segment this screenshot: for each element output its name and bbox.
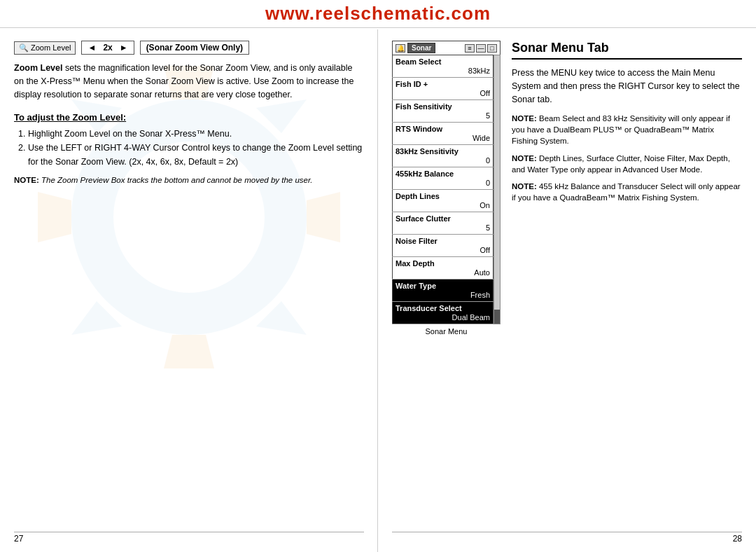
zoom-icon-box: 🔍 Zoom Level <box>14 41 76 55</box>
sonar-menu-header: 🔔 Sonar ≡ — □ <box>392 41 500 55</box>
step-1: Highlight Zoom Level on the Sonar X-Pres… <box>28 127 363 141</box>
sonar-header-icons: ≡ — □ <box>465 44 497 53</box>
left-column: 🔍 Zoom Level ◄ 2x ► (Sonar Zoom View Onl… <box>0 29 378 552</box>
zoom-icon: 🔍 <box>19 43 29 53</box>
zoom-left-arrow[interactable]: ◄ <box>85 43 99 53</box>
zoom-subtitle: (Sonar Zoom View Only) <box>140 41 249 55</box>
right-para1: Press the MENU key twice to access the M… <box>512 67 742 106</box>
sonar-row-value: Off <box>393 246 493 256</box>
intro-paragraph: Zoom Level sets the magnification level … <box>14 62 363 101</box>
sonar-tab-label: Sonar <box>407 43 435 53</box>
left-note: NOTE: The Zoom Preview Box tracks the bo… <box>14 174 363 186</box>
sonar-row: Water TypeFresh <box>393 280 493 302</box>
watermark-text: www.reelschematic.com <box>265 3 491 24</box>
note-text: The Zoom Preview Box tracks the bottom a… <box>39 176 313 184</box>
sonar-menu-widget: 🔔 Sonar ≡ — □ Beam Select83kHzFish ID +O… <box>392 41 500 336</box>
sonar-row: Fish ID +Off <box>393 78 493 100</box>
sonar-row-value: Wide <box>393 134 493 144</box>
sonar-row: Surface Clutter5 <box>393 212 493 235</box>
zoom-widget: 🔍 Zoom Level ◄ 2x ► (Sonar Zoom View Onl… <box>14 41 363 55</box>
note-bold: NOTE: <box>14 176 39 184</box>
sonar-menu-wrap: Beam Select83kHzFish ID +OffFish Sensiti… <box>392 55 500 324</box>
sonar-row-value: 0 <box>393 179 493 189</box>
sonar-row: Fish Sensitivity5 <box>393 100 493 123</box>
sonar-menu-table: Beam Select83kHzFish ID +OffFish Sensiti… <box>392 55 493 324</box>
right-note3: NOTE: 455 kHz Balance and Transducer Sel… <box>512 181 742 203</box>
watermark-banner: www.reelschematic.com <box>0 0 756 28</box>
sonar-row-label: Max Depth <box>393 257 493 268</box>
sonar-row: 455kHz Balance0 <box>393 167 493 190</box>
sonar-row-value: On <box>393 201 493 212</box>
sonar-row: Transducer SelectDual Beam <box>393 302 493 324</box>
sonar-row-label: RTS Window <box>393 123 493 134</box>
sonar-row: Beam Select83kHz <box>393 55 493 78</box>
steps-list: Highlight Zoom Level on the Sonar X-Pres… <box>28 127 363 169</box>
sonar-row: Max DepthAuto <box>393 257 493 280</box>
sonar-row-label: Water Type <box>393 280 493 291</box>
right-title: Sonar Menu Tab <box>512 41 742 60</box>
note2-bold: NOTE: <box>512 154 537 163</box>
sonar-row-label: Surface Clutter <box>393 212 493 223</box>
sonar-row-value: Dual Beam <box>393 313 493 324</box>
sonar-row-value: 83kHz <box>393 67 493 77</box>
sonar-row-value: 0 <box>393 156 493 167</box>
sonar-row-value: Auto <box>393 268 493 279</box>
page-container: 🔍 Zoom Level ◄ 2x ► (Sonar Zoom View Onl… <box>0 0 756 552</box>
header-icon-1: ≡ <box>465 44 475 53</box>
sonar-row-label: 83kHz Sensitivity <box>393 145 493 156</box>
zoom-control-box: ◄ 2x ► <box>81 41 134 55</box>
zoom-right-arrow[interactable]: ► <box>117 43 131 53</box>
sonar-row: 83kHz Sensitivity0 <box>393 145 493 167</box>
sonar-row-value: Off <box>393 89 493 99</box>
sonar-row-label: 455kHz Balance <box>393 167 493 179</box>
header-icon-2: — <box>476 44 486 53</box>
note3-bold: NOTE: <box>512 182 537 191</box>
right-note1: NOTE: Beam Select and 83 kHz Sensitivity… <box>512 113 742 146</box>
sonar-row: Noise FilterOff <box>393 235 493 257</box>
sonar-scrollbar[interactable] <box>493 55 500 324</box>
bell-icon: 🔔 <box>396 44 405 53</box>
sonar-row-value: 5 <box>393 111 493 122</box>
sonar-row: RTS WindowWide <box>393 123 493 145</box>
intro-bold: Zoom Level <box>14 63 62 73</box>
sonar-row-label: Beam Select <box>393 55 493 67</box>
sonar-menu-footer: Sonar Menu <box>392 327 500 336</box>
note1-text: Beam Select and 83 kHz Sensitivity will … <box>512 114 730 145</box>
intro-text: sets the magnification level for the Son… <box>14 63 354 99</box>
right-column: 🔔 Sonar ≡ — □ Beam Select83kHzFish ID +O… <box>378 29 756 552</box>
right-text-section: Sonar Menu Tab Press the MENU key twice … <box>512 41 742 336</box>
sonar-row-value: 5 <box>393 223 493 234</box>
adjust-heading: To adjust the Zoom Level: <box>14 112 363 123</box>
zoom-icon-label: Zoom Level <box>31 43 71 52</box>
sonar-scroll-thumb <box>494 310 500 324</box>
note2-text: Depth Lines, Surface Clutter, Noise Filt… <box>512 154 730 174</box>
sonar-row-label: Noise Filter <box>393 235 493 246</box>
sonar-row-label: Fish Sensitivity <box>393 100 493 111</box>
step-2: Use the LEFT or RIGHT 4-WAY Cursor Contr… <box>28 141 363 169</box>
sonar-row-label: Fish ID + <box>393 78 493 89</box>
zoom-value: 2x <box>99 43 116 53</box>
right-note2: NOTE: Depth Lines, Surface Clutter, Nois… <box>512 153 742 175</box>
sonar-row-label: Transducer Select <box>393 302 493 313</box>
note1-bold: NOTE: <box>512 114 537 123</box>
sonar-row-value: Fresh <box>393 291 493 301</box>
sonar-row-label: Depth Lines <box>393 190 493 201</box>
note3-text: 455 kHz Balance and Transducer Select wi… <box>512 182 741 202</box>
sonar-row: Depth LinesOn <box>393 190 493 212</box>
header-icon-3: □ <box>487 44 497 53</box>
right-col-inner: 🔔 Sonar ≡ — □ Beam Select83kHzFish ID +O… <box>392 41 742 336</box>
